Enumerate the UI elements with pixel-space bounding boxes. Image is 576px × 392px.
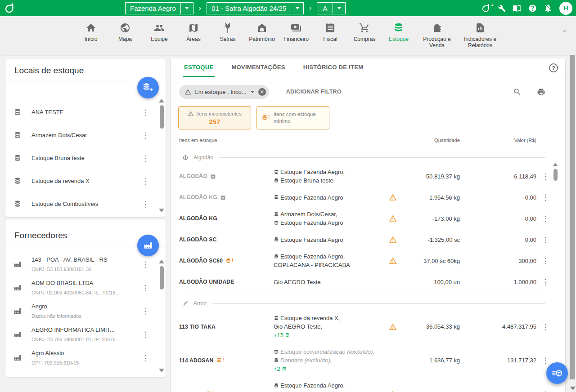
database-icon — [274, 358, 279, 363]
chevron-down-icon[interactable] — [251, 91, 254, 93]
stock-location-item[interactable]: Estoque da revenda X⋮ — [5, 169, 166, 192]
inconsistent-items-label: Itens inconsistentes — [196, 111, 242, 116]
stock-item-row[interactable]: ADOSAN! Estoque Fazenda Aegro, Estoque d… — [171, 377, 565, 392]
nav-estoque[interactable]: Estoque — [385, 22, 413, 42]
stock-item-row[interactable]: ALGODÃO Estoque Fazenda Aegro, Estoque B… — [171, 164, 565, 189]
more-options-icon[interactable]: ⋮ — [142, 331, 149, 339]
more-options-icon[interactable]: ⋮ — [142, 200, 149, 208]
notifications-off-icon[interactable] — [544, 4, 553, 13]
supplier-item[interactable]: ADM DO BRASIL LTDACNPJ: 02.003.402/0051-… — [5, 276, 166, 299]
stock-item-row[interactable]: ALGODÃO SC60! Estoque Fazenda Aegro, COP… — [171, 248, 565, 273]
stock-location-item[interactable]: Estoque Bruna teste⋮ — [5, 147, 166, 169]
more-options-icon[interactable]: ⋮ — [536, 322, 554, 331]
more-options-icon[interactable]: ⋮ — [142, 307, 149, 315]
collapse-nav-icon[interactable] — [562, 28, 568, 34]
nav-financeiro[interactable]: Financeiro — [282, 22, 310, 42]
season-selector-caret[interactable] — [291, 3, 303, 14]
stock-item-row[interactable]: ALGODÃO UNIDADE Gio AEGRO Teste 100,00 u… — [171, 273, 565, 290]
scroll-up-icon[interactable] — [553, 163, 558, 166]
farm-selector-caret[interactable] — [180, 3, 193, 14]
add-filter-button[interactable]: ADICIONAR FILTRO — [286, 89, 342, 95]
page-scrollbar[interactable] — [569, 55, 576, 392]
nav-compras[interactable]: Compras — [351, 22, 378, 42]
more-options-icon[interactable]: ⋮ — [536, 193, 554, 202]
more-options-icon[interactable]: ⋮ — [142, 108, 149, 116]
tab-movimentacoes[interactable]: MOVIMENTAÇÕES — [230, 58, 286, 77]
nav-mapa[interactable]: Mapa — [111, 22, 139, 42]
panel-help-icon[interactable]: ? — [549, 63, 558, 72]
stock-item-row[interactable]: ALGODÃO KG Estoque Fazenda Aegro -1.954,… — [171, 189, 565, 206]
group-name: Algodão — [194, 154, 213, 160]
table-header: Itens em estoque Quantidade Valor (R$) — [171, 136, 565, 149]
aegro-logo-icon[interactable] — [5, 3, 16, 13]
scrollbar-thumb[interactable] — [570, 55, 575, 379]
scrollbar-thumb[interactable] — [554, 169, 558, 181]
more-options-icon[interactable]: ⋮ — [536, 235, 554, 244]
nav-label: Estoque — [389, 36, 409, 42]
help-icon[interactable] — [528, 4, 537, 13]
supplier-item[interactable]: 143 - POA - AV. BRASIL - RSCNPJ: 53.153.… — [5, 253, 166, 276]
scroll-down-icon[interactable] — [159, 369, 164, 372]
scrollbar-thumb[interactable] — [160, 105, 164, 129]
stock-item-row[interactable]: 113 TIO TAKA Estoque da revenda X, Gio A… — [171, 310, 565, 343]
print-icon[interactable] — [537, 88, 545, 96]
active-filter-chip[interactable]: Em estoque , Inco... ✕ — [179, 85, 269, 99]
more-options-icon[interactable]: ⋮ — [142, 131, 149, 139]
more-options-icon[interactable]: ⋮ — [142, 177, 149, 185]
nav-areas[interactable]: Áreas — [180, 22, 207, 42]
more-locations-link[interactable]: +15 — [274, 331, 389, 339]
nav-producao-venda[interactable]: Produção e Venda — [419, 22, 455, 49]
nav-inicio[interactable]: Início — [77, 22, 105, 42]
clear-filter-icon[interactable]: ✕ — [258, 88, 266, 96]
item-location: Armazem Dois/Cesar, — [274, 210, 389, 218]
stock-location-item[interactable]: ANA TESTE⋮ — [5, 101, 166, 124]
scrollbar-thumb[interactable] — [160, 266, 164, 290]
plot-selector-caret[interactable] — [333, 3, 345, 14]
stock-item-row[interactable]: 114 ADOSAN! Estoque comercialização (exc… — [171, 343, 565, 377]
items-table-scrollbar[interactable] — [553, 163, 558, 392]
knowledge-book-icon[interactable] — [513, 4, 522, 13]
add-supplier-button[interactable] — [137, 235, 159, 256]
stock-location-item[interactable]: Estoque de Combustíveis⋮ — [5, 192, 166, 215]
more-options-icon[interactable]: ⋮ — [142, 354, 149, 362]
plot-selector[interactable]: A — [317, 2, 346, 14]
stock-item-row[interactable]: ALGODÃO KG Armazem Dois/Cesar, Estoque F… — [171, 206, 565, 231]
nav-fiscal[interactable]: Fiscal — [316, 22, 344, 42]
more-options-icon[interactable]: ⋮ — [536, 214, 554, 223]
scroll-down-icon[interactable] — [570, 387, 576, 390]
scroll-up-icon[interactable] — [159, 260, 164, 263]
new-stock-movement-button[interactable] — [546, 362, 568, 384]
nav-indicadores[interactable]: Indicadores e Relatórios — [461, 22, 499, 49]
nav-patrimonio[interactable]: Patrimônio — [248, 22, 276, 42]
stock-item-row[interactable]: ALGODÃO SC Estoque Fazenda Aegro -1.325,… — [171, 231, 565, 248]
more-options-icon[interactable]: ⋮ — [536, 390, 554, 392]
nav-safras[interactable]: Safras — [214, 22, 242, 42]
more-options-icon[interactable]: ⋮ — [142, 284, 149, 292]
tools-icon[interactable] — [498, 4, 506, 12]
inconsistent-items-card[interactable]: Itens inconsistentes 257 — [178, 106, 251, 129]
supplier-item[interactable]: Agro AlessioCPF: 709.915.610-15⋮ — [5, 346, 166, 370]
more-locations-link[interactable]: +2 — [274, 365, 389, 373]
farm-selector[interactable]: Fazenda Aegro — [125, 2, 194, 14]
more-options-icon[interactable]: ⋮ — [536, 172, 554, 181]
minimum-stock-card[interactable]: ! Itens com estoque mínimo — [256, 106, 329, 129]
more-options-icon[interactable]: ⋮ — [142, 154, 149, 162]
avatar[interactable]: H — [559, 2, 572, 15]
scroll-down-icon[interactable] — [159, 209, 164, 212]
more-options-icon[interactable]: ⋮ — [142, 261, 149, 268]
season-selector[interactable]: 01 - Safra Algodão 24/25 — [207, 2, 304, 14]
more-options-icon[interactable]: ⋮ — [536, 256, 554, 265]
tab-historico-de-item[interactable]: HISTÓRICO DE ITEM — [302, 58, 365, 77]
supplier-item[interactable]: AegroDados não informados⋮ — [5, 299, 166, 323]
stock-location-item[interactable]: Armazem Dois/Cesar⋮ — [5, 124, 166, 147]
suppliers-scrollbar[interactable] — [159, 260, 164, 372]
more-options-icon[interactable]: ⋮ — [536, 277, 554, 286]
supplier-item[interactable]: AEGRO INFORMATICA LIMIT...CNPJ: 23.706.3… — [5, 323, 166, 346]
add-farm-icon[interactable]: + — [482, 4, 491, 13]
stock-locations-scrollbar[interactable] — [159, 99, 164, 212]
add-stock-location-button[interactable] — [137, 77, 159, 98]
tab-estoque[interactable]: ESTOQUE — [183, 58, 215, 77]
nav-equipe[interactable]: Equipe — [145, 22, 173, 42]
search-icon[interactable] — [513, 88, 522, 96]
scroll-up-icon[interactable] — [159, 99, 164, 102]
